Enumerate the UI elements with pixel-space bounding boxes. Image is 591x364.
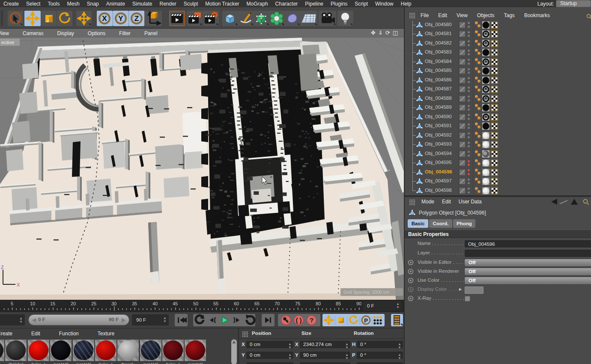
svg-text:U: U: [485, 116, 487, 119]
svg-text:U: U: [485, 33, 487, 36]
svg-text:Grid Spacing: 1000 cm: Grid Spacing: 1000 cm: [343, 289, 389, 295]
svg-text:U: U: [485, 42, 487, 45]
svg-text:Y: Y: [118, 15, 123, 23]
svg-text:U: U: [485, 97, 487, 100]
svg-text:Z: Z: [1, 265, 4, 270]
svg-text:U: U: [485, 88, 487, 91]
svg-text:Z: Z: [134, 15, 139, 23]
svg-text:ective: ective: [1, 40, 14, 45]
svg-text:P: P: [364, 317, 368, 324]
svg-text:U: U: [485, 60, 487, 63]
svg-text:X: X: [17, 282, 20, 287]
svg-text:X: X: [102, 15, 107, 23]
